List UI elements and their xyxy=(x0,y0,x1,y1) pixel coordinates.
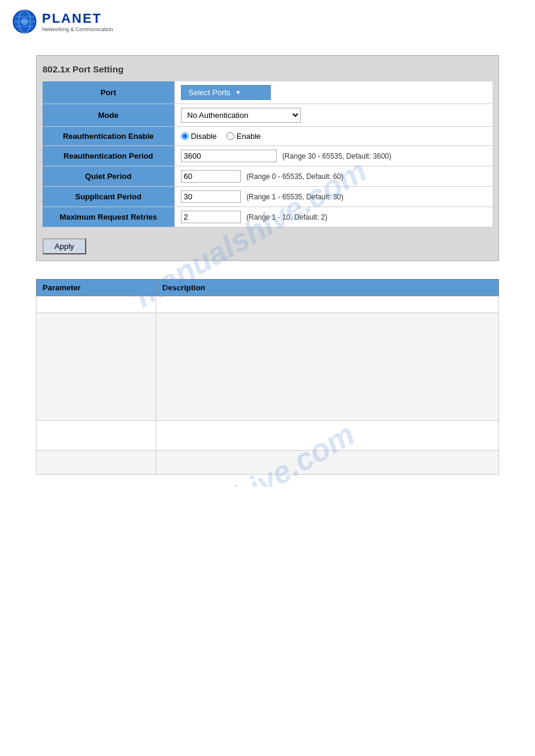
reauth-enable-value-cell: Disable Enable xyxy=(174,127,492,146)
reauth-period-value-cell: (Range 30 - 65535, Default: 3600) xyxy=(174,146,492,166)
reauth-disable-text: Disable xyxy=(191,132,217,141)
quiet-period-row: Quiet Period (Range 0 - 65535, Default: … xyxy=(43,166,492,187)
table-cell-desc xyxy=(156,313,499,421)
port-row: Port Select Ports ▼ xyxy=(43,81,492,104)
reauth-period-hint: (Range 30 - 65535, Default: 3600) xyxy=(282,152,391,160)
reauth-enable-label: Reauthentication Enable xyxy=(43,127,174,146)
table-cell-desc xyxy=(156,296,499,313)
table-cell-desc xyxy=(156,421,499,451)
table-row xyxy=(37,296,499,313)
reauth-disable-label[interactable]: Disable xyxy=(181,132,217,141)
planet-logo-icon xyxy=(12,9,37,34)
quiet-period-label: Quiet Period xyxy=(43,166,174,187)
main-content: 802.1x Port Setting Port Select Ports ▼ … xyxy=(0,43,535,487)
table-cell-param xyxy=(37,296,156,313)
svg-point-5 xyxy=(21,18,28,25)
supplicant-period-hint: (Range 1 - 65535, Default: 30) xyxy=(246,193,343,201)
reauth-period-row: Reauthentication Period (Range 30 - 6553… xyxy=(43,146,492,166)
table-cell-param xyxy=(37,421,156,451)
max-retries-row: Maximum Request Retries (Range 1 - 10, D… xyxy=(43,207,492,227)
table-cell-param xyxy=(37,451,156,475)
select-ports-button[interactable]: Select Ports ▼ xyxy=(181,85,271,100)
settings-card: 802.1x Port Setting Port Select Ports ▼ … xyxy=(36,55,499,261)
mode-select[interactable]: No Authentication 802.1x xyxy=(181,108,301,123)
max-retries-label: Maximum Request Retries xyxy=(43,207,174,227)
reauth-radio-group: Disable Enable xyxy=(181,132,487,141)
supplicant-period-label: Supplicant Period xyxy=(43,187,174,207)
card-title: 802.1x Port Setting xyxy=(43,62,492,77)
page-wrapper: manualshive.com manualshive.com PLANET N… xyxy=(0,0,535,487)
bottom-col-parameter: Parameter xyxy=(37,280,156,296)
apply-button-container: Apply xyxy=(43,233,492,254)
logo-text: PLANET Networking & Communication xyxy=(42,11,113,32)
mode-row: Mode No Authentication 802.1x xyxy=(43,104,492,127)
max-retries-hint: (Range 1 - 10, Default: 2) xyxy=(246,213,327,221)
bottom-table-container: Parameter Description xyxy=(36,279,499,475)
table-row xyxy=(37,421,499,451)
reauth-enable-row: Reauthentication Enable Disable Enable xyxy=(43,127,492,146)
header: PLANET Networking & Communication xyxy=(0,0,535,43)
select-ports-text: Select Ports xyxy=(189,88,231,97)
reauth-enable-text: Enable xyxy=(237,132,261,141)
bottom-table: Parameter Description xyxy=(36,279,499,475)
apply-button[interactable]: Apply xyxy=(43,238,86,254)
table-row xyxy=(37,451,499,475)
max-retries-input[interactable] xyxy=(181,211,241,223)
supplicant-period-value-cell: (Range 1 - 65535, Default: 30) xyxy=(174,187,492,207)
table-cell-desc xyxy=(156,451,499,475)
mode-label: Mode xyxy=(43,104,174,127)
logo-container: PLANET Networking & Communication xyxy=(12,9,113,34)
supplicant-period-input[interactable] xyxy=(181,190,241,203)
quiet-period-input[interactable] xyxy=(181,170,241,183)
table-cell-param xyxy=(37,313,156,421)
reauth-disable-radio[interactable] xyxy=(181,132,189,140)
logo-planet-label: PLANET xyxy=(42,11,113,26)
chevron-down-icon: ▼ xyxy=(235,89,241,96)
reauth-enable-radio-label[interactable]: Enable xyxy=(226,132,261,141)
quiet-period-hint: (Range 0 - 65535, Default: 60) xyxy=(246,172,343,181)
bottom-col-description: Description xyxy=(156,280,499,296)
reauth-period-label: Reauthentication Period xyxy=(43,146,174,166)
settings-table: Port Select Ports ▼ Mode No Authenticati… xyxy=(43,81,492,227)
table-row xyxy=(37,313,499,421)
bottom-table-header-row: Parameter Description xyxy=(37,280,499,296)
port-label: Port xyxy=(43,81,174,104)
reauth-period-input[interactable] xyxy=(181,150,277,162)
logo-tagline-label: Networking & Communication xyxy=(42,26,113,32)
max-retries-value-cell: (Range 1 - 10, Default: 2) xyxy=(174,207,492,227)
supplicant-period-row: Supplicant Period (Range 1 - 65535, Defa… xyxy=(43,187,492,207)
port-value-cell: Select Ports ▼ xyxy=(174,81,492,104)
mode-value-cell: No Authentication 802.1x xyxy=(174,104,492,127)
quiet-period-value-cell: (Range 0 - 65535, Default: 60) xyxy=(174,166,492,187)
reauth-enable-radio[interactable] xyxy=(226,132,234,140)
